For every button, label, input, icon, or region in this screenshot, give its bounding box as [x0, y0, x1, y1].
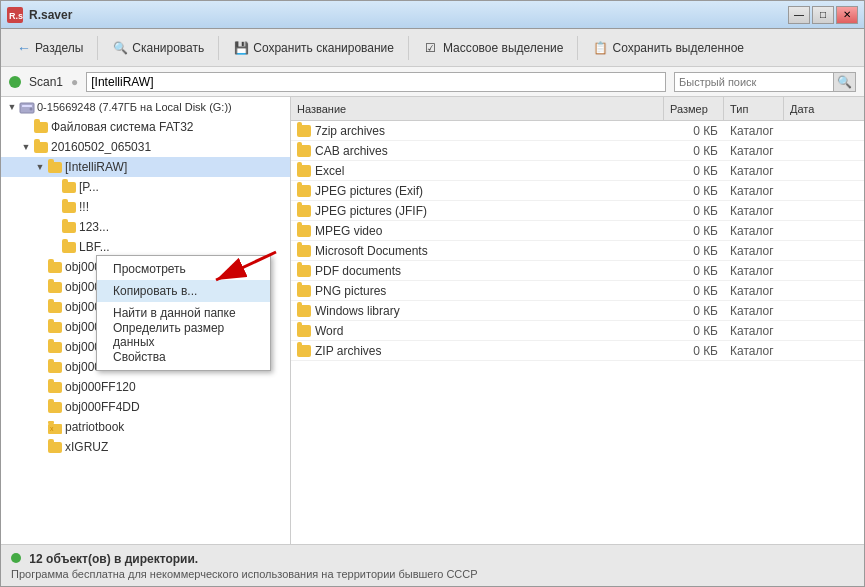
main-window: R.s R.saver — □ ✕ ← Разделы 🔍 Сканироват…	[0, 0, 865, 587]
folder-obj1-icon	[47, 259, 63, 275]
context-props[interactable]: Свойства	[97, 346, 270, 368]
folder-icon	[297, 185, 311, 197]
folder-icon	[297, 145, 311, 157]
separator-1	[97, 36, 98, 60]
folder-patriot-icon	[47, 399, 63, 415]
scan-button[interactable]: 🔍 Сканировать	[104, 36, 212, 60]
expander-date: ▼	[19, 142, 33, 152]
list-item[interactable]: JPEG pictures (Exif) 0 КБ Каталог	[291, 181, 864, 201]
video-label: xIGRUZ	[63, 440, 108, 454]
expander-root: ▼	[5, 102, 19, 112]
tree-item-123[interactable]: 123...	[1, 217, 290, 237]
tree-item-excl[interactable]: !!!	[1, 197, 290, 217]
mass-select-button[interactable]: ☑ Массовое выделение	[415, 36, 572, 60]
p-label: [P...	[77, 180, 99, 194]
list-item[interactable]: 7zip archives 0 КБ Каталог	[291, 121, 864, 141]
file-name-zip: ZIP archives	[291, 344, 664, 358]
folder-excl-icon	[61, 199, 77, 215]
status-bar: 12 объект(ов) в директории. Программа бе…	[1, 544, 864, 586]
status-info: Программа бесплатна для некоммерческого …	[11, 568, 854, 580]
file-type-excel: Каталог	[724, 164, 784, 178]
col-header-name[interactable]: Название	[291, 97, 664, 120]
file-name-excel: Excel	[291, 164, 664, 178]
file-type-msdoc: Каталог	[724, 244, 784, 258]
back-button[interactable]: ← Разделы	[9, 36, 91, 60]
main-content: ▼ 0-15669248 (7.47ГБ на Local Disk (G:))…	[1, 97, 864, 544]
folder-obj4-icon	[47, 319, 63, 335]
file-type-mpeg: Каталог	[724, 224, 784, 238]
search-box: 🔍	[674, 72, 856, 92]
patriot-label: obj000FF4DD	[63, 400, 140, 414]
search-input[interactable]	[674, 72, 834, 92]
tree-item-xigruz[interactable]: x patriotbook	[1, 417, 290, 437]
folder-lbf-icon	[61, 239, 77, 255]
app-icon: R.s	[7, 7, 23, 23]
search-button[interactable]: 🔍	[834, 72, 856, 92]
folder-icon	[297, 305, 311, 317]
file-name-pdf: PDF documents	[291, 264, 664, 278]
svg-rect-3	[22, 105, 32, 107]
file-name-msdoc: Microsoft Documents	[291, 244, 664, 258]
context-copy[interactable]: Копировать в...	[97, 280, 270, 302]
svg-text:R.s: R.s	[9, 11, 23, 21]
obj7-label: obj000FF120	[63, 380, 136, 394]
separator-4	[577, 36, 578, 60]
expander-intelliraw: ▼	[33, 162, 47, 172]
tree-item-video[interactable]: xIGRUZ	[1, 437, 290, 457]
list-item[interactable]: Word 0 КБ Каталог	[291, 321, 864, 341]
tree-panel: ▼ 0-15669248 (7.47ГБ на Local Disk (G:))…	[1, 97, 291, 544]
list-item[interactable]: ZIP archives 0 КБ Каталог	[291, 341, 864, 361]
list-item[interactable]: Excel 0 КБ Каталог	[291, 161, 864, 181]
list-item[interactable]: PDF documents 0 КБ Каталог	[291, 261, 864, 281]
list-item[interactable]: PNG pictures 0 КБ Каталог	[291, 281, 864, 301]
col-header-type[interactable]: Тип	[724, 97, 784, 120]
date-label: 20160502_065031	[49, 140, 151, 154]
file-name-7zip: 7zip archives	[291, 124, 664, 138]
list-item[interactable]: JPEG pictures (JFIF) 0 КБ Каталог	[291, 201, 864, 221]
folder-obj7-icon	[47, 379, 63, 395]
folder-date-icon	[33, 139, 49, 155]
file-type-jpeg-exif: Каталог	[724, 184, 784, 198]
folder-icon	[297, 285, 311, 297]
tree-item-intelliraw[interactable]: ▼ [IntelliRAW]	[1, 157, 290, 177]
svg-rect-6	[48, 421, 54, 424]
file-type-zip: Каталог	[724, 344, 784, 358]
folder-123-icon	[61, 219, 77, 235]
address-separator: ●	[71, 75, 78, 89]
root-label: 0-15669248 (7.47ГБ на Local Disk (G:))	[35, 101, 232, 113]
close-button[interactable]: ✕	[836, 6, 858, 24]
folder-obj5-icon	[47, 339, 63, 355]
list-item[interactable]: MPEG video 0 КБ Каталог	[291, 221, 864, 241]
file-name-mpeg: MPEG video	[291, 224, 664, 238]
maximize-button[interactable]: □	[812, 6, 834, 24]
file-type-7zip: Каталог	[724, 124, 784, 138]
tree-item-root[interactable]: ▼ 0-15669248 (7.47ГБ на Local Disk (G:))	[1, 97, 290, 117]
list-item[interactable]: Microsoft Documents 0 КБ Каталог	[291, 241, 864, 261]
file-name-jpeg-exif: JPEG pictures (Exif)	[291, 184, 664, 198]
folder-video-icon	[47, 439, 63, 455]
minimize-button[interactable]: —	[788, 6, 810, 24]
col-header-size[interactable]: Размер	[664, 97, 724, 120]
col-header-date[interactable]: Дата	[784, 97, 864, 120]
save-selected-button[interactable]: 📋 Сохранить выделенное	[584, 36, 752, 60]
file-name-word: Word	[291, 324, 664, 338]
file-type-png: Каталог	[724, 284, 784, 298]
address-path[interactable]: [IntelliRAW]	[86, 72, 666, 92]
scan-status-indicator	[9, 76, 21, 88]
tree-item-date[interactable]: ▼ 20160502_065031	[1, 137, 290, 157]
folder-icon	[297, 345, 311, 357]
svg-point-4	[30, 108, 33, 111]
context-size[interactable]: Определить размер данных	[97, 324, 270, 346]
tree-item-p[interactable]: [P...	[1, 177, 290, 197]
list-item[interactable]: CAB archives 0 КБ Каталог	[291, 141, 864, 161]
tree-item-obj7[interactable]: obj000FF120	[1, 377, 290, 397]
tree-item-lbf[interactable]: LBF...	[1, 237, 290, 257]
tree-item-fat32[interactable]: Файловая система FAT32	[1, 117, 290, 137]
tree-item-patriot[interactable]: obj000FF4DD	[1, 397, 290, 417]
context-view[interactable]: Просмотреть	[97, 258, 270, 280]
file-name-winlib: Windows library	[291, 304, 664, 318]
list-item[interactable]: Windows library 0 КБ Каталог	[291, 301, 864, 321]
folder-icon	[297, 125, 311, 137]
save-scan-button[interactable]: 💾 Сохранить сканирование	[225, 36, 402, 60]
file-size-mpeg: 0 КБ	[664, 224, 724, 238]
